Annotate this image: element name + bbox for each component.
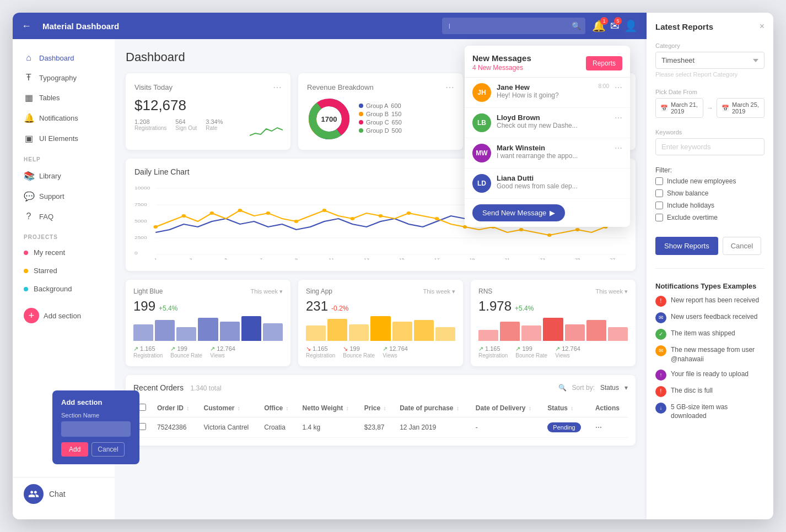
bar <box>608 327 628 341</box>
add-section-btn[interactable]: + Add section <box>13 302 115 329</box>
chat-button[interactable]: Chat <box>13 477 115 511</box>
bar <box>220 322 240 341</box>
sidebar-item-starred[interactable]: Starred <box>13 262 115 280</box>
revenue-dots[interactable]: ⋯ <box>445 82 454 93</box>
svg-text:10000: 10000 <box>134 186 150 191</box>
sidebar-item-tables[interactable]: ▦ Tables <box>13 88 115 108</box>
svg-point-19 <box>266 211 271 215</box>
svg-text:25: 25 <box>575 258 581 260</box>
sidebar-item-background[interactable]: Background <box>13 280 115 298</box>
legend-groupd: Group D 500 <box>359 127 402 134</box>
notification-btn[interactable]: 🔔 1 <box>592 19 606 32</box>
metric-singapp-sub: ↘ 1.165 Registration ↘ 199 Bounce Rate ↗… <box>306 345 455 359</box>
bar <box>198 318 218 341</box>
chat-label: Chat <box>49 490 66 498</box>
filter-item-4: Exclude overtime <box>655 214 765 221</box>
col-actions: Actions <box>590 399 628 417</box>
msg-item-4[interactable]: LD Liana Dutti Good news from sale dep..… <box>465 169 630 199</box>
metric-lightblue-period: This week ▾ <box>250 288 283 295</box>
table-controls: 🔍 Sort by: Status ▾ <box>558 384 628 392</box>
msg-more-1[interactable]: ⋯ <box>615 83 622 92</box>
cancel-popup-btn[interactable]: Cancel <box>91 442 124 457</box>
notif-text-4: The new message from user @nahawaii <box>671 345 765 364</box>
sort-label: Sort by: <box>572 384 595 392</box>
mail-badge: 5 <box>614 17 622 25</box>
cancel-panel-btn[interactable]: Cancel <box>723 237 761 255</box>
filter-checkbox-3[interactable] <box>655 202 663 209</box>
back-icon[interactable]: ← <box>21 20 31 32</box>
sort-chevron[interactable]: ▾ <box>625 384 628 392</box>
panel-category: Category Timesheet Please select Report … <box>655 42 765 78</box>
filter-checkbox-4[interactable] <box>655 214 663 221</box>
filter-checkbox-1[interactable] <box>655 177 663 185</box>
filter-text-2: Show balance <box>667 189 708 197</box>
bar <box>349 324 369 341</box>
metric-sub-views3: ↗ 12.764 Views <box>555 345 580 359</box>
sidebar-label-notifications: Notifications <box>39 114 78 122</box>
msg-more-3[interactable]: ⋯ <box>615 144 622 153</box>
sidebar-item-notifications[interactable]: 🔔 Notifications <box>13 108 115 128</box>
date-from[interactable]: 📅 March 21, 2019 <box>655 98 703 118</box>
send-icon: ▶ <box>550 209 555 217</box>
svg-point-23 <box>379 214 383 218</box>
category-select[interactable]: Timesheet <box>655 52 765 69</box>
add-section-popup: Add section Section Name Add Cancel <box>52 390 139 464</box>
msg-item-2[interactable]: LB Lloyd Brown Check out my new Dashe...… <box>465 108 630 138</box>
col-customer: Customer ↕ <box>198 399 259 417</box>
messages-report-btn[interactable]: Reports <box>586 56 622 70</box>
svg-point-22 <box>351 217 355 220</box>
user-icon[interactable]: 👤 <box>624 19 638 32</box>
metric-sub-views: ↗ 12.764 Views <box>210 345 235 359</box>
metric-rns-bars <box>478 316 628 341</box>
sidebar-item-dashboard[interactable]: ⌂ Dashboard <box>13 48 115 68</box>
svg-text:23: 23 <box>540 258 546 260</box>
notification-badge: 1 <box>600 17 608 25</box>
sidebar-label-myrecent: My recent <box>34 248 65 257</box>
keywords-input[interactable] <box>655 138 765 155</box>
date-arrow: → <box>707 104 713 112</box>
show-reports-btn[interactable]: Show Reports <box>655 237 718 255</box>
send-message-btn[interactable]: Send New Message ▶ <box>472 204 565 221</box>
metric-lightblue-sub: ↗ 1.165 Registration ↗ 199 Bounce Rate ↗… <box>133 345 283 359</box>
svg-text:15: 15 <box>399 258 405 260</box>
notif-text-6: The disc is full <box>671 386 713 395</box>
panel-close-btn[interactable]: × <box>760 21 765 31</box>
add-section-input[interactable] <box>61 421 131 437</box>
metric-singapp-header: Sing App This week ▾ <box>306 287 455 295</box>
filter-checkbox-2[interactable] <box>655 189 663 197</box>
msg-item-3[interactable]: MW Mark Winstein I want rearrange the ap… <box>465 138 630 169</box>
svg-text:27: 27 <box>610 258 616 260</box>
sidebar-item-library[interactable]: 📚 Library <box>13 166 115 186</box>
panel-title: Latest Reports <box>655 22 713 31</box>
row-office: Croatia <box>259 417 297 438</box>
search-input[interactable] <box>442 18 585 34</box>
mail-btn[interactable]: ✉ 5 <box>610 19 620 32</box>
col-office: Office ↕ <box>259 399 297 417</box>
visits-dots[interactable]: ⋯ <box>273 82 282 93</box>
msg-item-1[interactable]: JH Jane Hew Hey! How is it going? 8:00 ⋯ <box>465 78 630 108</box>
sort-value[interactable]: Status <box>600 384 619 392</box>
svg-point-21 <box>322 209 327 212</box>
msg-more-2[interactable]: ⋯ <box>615 113 622 122</box>
add-btn[interactable]: Add <box>61 442 88 457</box>
table-search-icon[interactable]: 🔍 <box>558 384 567 392</box>
date-to[interactable]: 📅 March 25, 2019 <box>717 98 765 118</box>
svg-point-20 <box>294 220 299 223</box>
svg-point-28 <box>519 228 524 231</box>
notif-icon-7: ↓ <box>655 403 666 414</box>
bar <box>155 320 175 341</box>
sidebar-item-typography[interactable]: Ŧ Typography <box>13 68 115 88</box>
metric-lightblue-header: Light Blue This week ▾ <box>133 287 283 295</box>
sidebar-item-ui[interactable]: ▣ UI Elements <box>13 128 115 149</box>
table-title-area: Recent Orders 1.340 total <box>133 383 222 393</box>
row-checkbox[interactable] <box>139 423 146 430</box>
select-all-checkbox[interactable] <box>139 404 146 411</box>
row-actions[interactable]: ⋯ <box>590 417 628 438</box>
section-projects: PROJECTS <box>13 226 115 243</box>
msg-avatar-4: LD <box>472 174 491 193</box>
sidebar-item-support[interactable]: 💬 Support <box>13 186 115 207</box>
metric-singapp-value: 231 -0.2% <box>306 298 455 314</box>
donut-chart: 1700 <box>307 97 351 141</box>
sidebar-item-faq[interactable]: ? FAQ <box>13 207 115 226</box>
sidebar-item-myrecent[interactable]: My recent <box>13 243 115 262</box>
